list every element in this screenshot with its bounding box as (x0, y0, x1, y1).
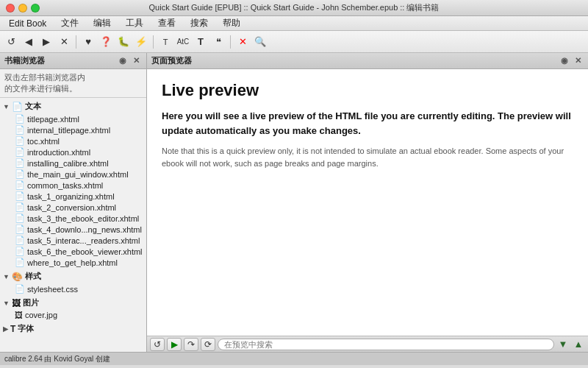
bottom-bar: ↺ ▶ ↷ ⟳ ▼ ▲ (147, 336, 588, 352)
file-icon: 📄 (15, 147, 25, 157)
file-icon: 📄 (15, 236, 25, 245)
file-icon: 📄 (15, 180, 25, 190)
bb-back-btn[interactable]: ↺ (150, 338, 165, 351)
filename: task_1_organizing.xhtml (27, 192, 115, 201)
tb-close2[interactable]: ✕ (234, 34, 251, 50)
filename: cover.jpg (25, 311, 57, 319)
tree-section-font: ▶ T 字体 (0, 322, 146, 336)
panel-close-icon-right[interactable]: ✕ (573, 55, 584, 66)
tb-atc[interactable]: AtC (175, 34, 191, 50)
bb-play-btn[interactable]: ▶ (167, 338, 182, 351)
search-up-arrow[interactable]: ▲ (572, 338, 585, 351)
panel-collapse-icon[interactable]: ◉ (117, 55, 129, 66)
filename: task_6_the_ebook_viewer.xhtml (27, 247, 143, 256)
file-icon: 📄 (15, 247, 25, 256)
filename: internal_titlepage.xhtml (27, 126, 110, 135)
section-arrow-style: ▼ (3, 273, 10, 280)
section-label-style: 样式 (25, 271, 41, 282)
search-down-arrow[interactable]: ▼ (556, 338, 570, 351)
file-icon: 📄 (15, 136, 25, 146)
filename: common_tasks.xhtml (27, 181, 103, 190)
list-item[interactable]: 📄task_4_downlo...ng_news.xhtml (0, 224, 146, 235)
list-item[interactable]: 📄stylesheet.css (0, 283, 146, 294)
filename: introduction.xhtml (27, 148, 90, 157)
traffic-lights (6, 4, 40, 13)
list-item[interactable]: 📄common_tasks.xhtml (0, 180, 146, 191)
list-item[interactable]: 📄task_6_the_ebook_viewer.xhtml (0, 246, 146, 257)
preview-content: Live preview Here you will see a live pr… (147, 69, 588, 336)
list-item[interactable]: 📄titlepage.xhtml (0, 113, 146, 124)
toolbar-separator-3 (230, 35, 231, 49)
menu-edit[interactable]: 编辑 (90, 15, 114, 31)
tb-t1[interactable]: T (157, 34, 173, 50)
image-section-icon: 🖼 (12, 298, 21, 308)
list-item[interactable]: 📄task_1_organizing.xhtml (0, 191, 146, 202)
menu-search[interactable]: 搜索 (187, 15, 211, 31)
panel-close-icon[interactable]: ✕ (131, 55, 142, 66)
section-label-image: 图片 (23, 297, 39, 308)
style-section-icon: 🎨 (12, 272, 23, 282)
list-item[interactable]: 📄introduction.xhtml (0, 146, 146, 158)
list-item[interactable]: 📄internal_titlepage.xhtml (0, 124, 146, 135)
list-item[interactable]: 📄where_to_get_help.xhtml (0, 257, 146, 268)
tb-help[interactable]: ❓ (98, 34, 114, 50)
list-item[interactable]: 📄installing_calibre.xhtml (0, 158, 146, 169)
list-item[interactable]: 🖼cover.jpg (0, 310, 146, 320)
toolbar-separator-2 (153, 35, 154, 49)
tb-back[interactable]: ◀ (21, 34, 37, 50)
section-header-image[interactable]: ▼ 🖼 图片 (0, 296, 146, 310)
tb-quote[interactable]: ❝ (210, 34, 226, 50)
minimize-button[interactable] (18, 4, 27, 13)
filename: titlepage.xhtml (27, 115, 79, 124)
preview-note: Note that this is a quick preview only, … (162, 145, 573, 169)
section-header-style[interactable]: ▼ 🎨 样式 (0, 269, 146, 283)
close-button[interactable] (6, 4, 15, 13)
panel-collapse-icon-right[interactable]: ◉ (559, 55, 570, 66)
tree-section-image: ▼ 🖼 图片 🖼cover.jpg (0, 296, 146, 320)
section-header-font[interactable]: ▶ T 字体 (0, 322, 146, 336)
book-browser-header: 书籍浏览器 ◉ ✕ (0, 53, 146, 69)
maximize-button[interactable] (31, 4, 40, 13)
tb-search[interactable]: 🔍 (252, 34, 268, 50)
status-bar: calibre 2.64 由 Kovid Goyal 创建 (0, 352, 588, 365)
section-arrow-text: ▼ (3, 103, 10, 110)
file-icon: 📄 (15, 258, 25, 267)
list-item[interactable]: 📄the_main_gui_window.xhtml (0, 169, 146, 180)
filename: task_2_conversion.xhtml (27, 203, 116, 212)
menu-view[interactable]: 查看 (155, 15, 179, 31)
filename: task_3_the_ebook_editor.xhtml (27, 214, 139, 223)
tb-lightning[interactable]: ⚡ (133, 34, 149, 50)
menu-edit-book[interactable]: Edit Book (6, 17, 49, 30)
bb-forward-btn[interactable]: ↷ (184, 338, 198, 351)
status-text: calibre 2.64 由 Kovid Goyal 创建 (4, 354, 110, 364)
menu-tools[interactable]: 工具 (123, 15, 146, 31)
browser-hint: 双击左部书籍浏览器内的文件来进行编辑。 (0, 69, 146, 98)
preview-search-input[interactable] (218, 339, 554, 350)
tb-bug[interactable]: 🐛 (115, 34, 132, 50)
tb-forward[interactable]: ▶ (38, 34, 54, 50)
window-title: Quick Start Guide [EPUB] :: Quick Start … (149, 2, 440, 13)
tb-refresh[interactable]: ↺ (3, 34, 19, 50)
tb-close[interactable]: ✕ (56, 34, 72, 50)
text-section-icon: 📄 (12, 102, 23, 112)
list-item[interactable]: 📄toc.xhtml (0, 135, 146, 146)
menu-help[interactable]: 帮助 (220, 15, 243, 31)
file-icon: 📄 (15, 213, 25, 223)
file-icon: 📄 (15, 169, 25, 179)
list-item[interactable]: 📄task_5_interac..._readers.xhtml (0, 235, 146, 246)
section-label-font: 字体 (18, 323, 34, 334)
filename: where_to_get_help.xhtml (27, 258, 118, 267)
list-item[interactable]: 📄task_2_conversion.xhtml (0, 202, 146, 213)
menu-file[interactable]: 文件 (58, 15, 82, 31)
filename: task_5_interac..._readers.xhtml (27, 236, 140, 245)
tb-heart[interactable]: ♥ (80, 34, 96, 50)
right-panel: 页面预览器 ◉ ✕ Live preview Here you will see… (147, 53, 588, 352)
section-header-text[interactable]: ▼ 📄 文本 (0, 99, 146, 113)
file-icon: 📄 (15, 125, 25, 135)
bb-refresh-btn[interactable]: ⟳ (201, 338, 215, 351)
filename: task_4_downlo...ng_news.xhtml (27, 225, 142, 234)
tree-section-style: ▼ 🎨 样式 📄stylesheet.css (0, 269, 146, 294)
tb-t2[interactable]: T (193, 34, 209, 50)
tree-section-text: ▼ 📄 文本 📄titlepage.xhtml 📄internal_titlep… (0, 99, 146, 268)
list-item[interactable]: 📄task_3_the_ebook_editor.xhtml (0, 213, 146, 224)
